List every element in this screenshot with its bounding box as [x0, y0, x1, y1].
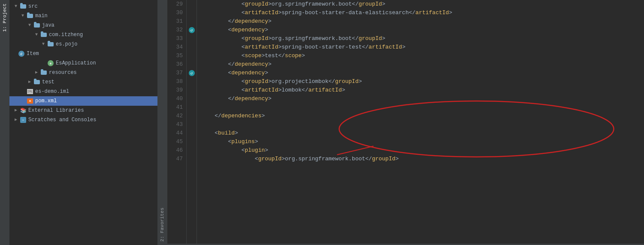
gutter-cell-29 — [187, 0, 197, 9]
tree-arrow-src: ▼ — [13, 3, 19, 9]
line-number-39: 39 — [167, 86, 183, 95]
folder-icon — [20, 3, 27, 10]
project-tab-label[interactable]: 1: Project — [0, 0, 9, 35]
line-number-40: 40 — [167, 95, 183, 103]
tree-item-test[interactable]: ▶test — [9, 77, 157, 87]
tree-label-test: test — [42, 79, 54, 85]
code-line-33: <groupId>org.springframework.boot</group… — [201, 34, 644, 43]
tree-arrow-Scratches: ▶ — [13, 117, 19, 123]
xml-file-icon: m — [27, 98, 33, 104]
tree-label-Item: Item — [27, 51, 39, 57]
tree-item-com.itzheng[interactable]: ▼com.itzheng — [9, 30, 157, 40]
tree-item-EsApplication[interactable]: ❀EsApplication — [9, 58, 157, 68]
gutter-cell-31 — [187, 17, 197, 26]
tree-arrow-Item — [11, 51, 17, 57]
gutter-cell-46 — [187, 146, 197, 155]
line-number-31: 31 — [167, 17, 183, 26]
spring-class-icon: ❀ — [47, 60, 54, 67]
line-number-36: 36 — [167, 60, 183, 69]
code-line-43 — [201, 120, 644, 129]
tree-item-es-demo.iml[interactable]: IMLes-demo.iml — [9, 87, 157, 96]
gutter-cell-30 — [187, 9, 197, 17]
iml-file-icon: IML — [27, 88, 33, 95]
run-gutter-icon[interactable]: ↺ — [189, 27, 195, 33]
line-number-46: 46 — [167, 146, 183, 155]
folder-icon — [47, 41, 54, 48]
tree-label-Scratches: Scratches and Consoles — [28, 117, 96, 123]
gutter-cell-47 — [187, 155, 197, 163]
gutter: ↺↺ — [187, 0, 197, 244]
line-number-33: 33 — [167, 34, 183, 43]
java-class-icon: C — [18, 50, 25, 57]
code-line-45: <plugins> — [201, 138, 644, 146]
tree-item-es.pojo[interactable]: ▼es.pojo — [9, 40, 157, 49]
favorites-tab-strip: 2: Favorites — [157, 0, 167, 245]
tree-arrow-main: ▼ — [20, 13, 26, 19]
code-line-39: <artifactId>lombok</artifactId> — [201, 86, 644, 95]
line-number-29: 29 — [167, 0, 183, 9]
code-line-34: <artifactId>spring-boot-starter-test</ar… — [201, 43, 644, 52]
gutter-cell-35 — [187, 52, 197, 60]
gutter-cell-32: ↺ — [187, 26, 197, 34]
tree-item-Scratches[interactable]: ▶✏Scratches and Consoles — [9, 115, 157, 125]
line-number-38: 38 — [167, 77, 183, 86]
code-line-35: <scope>test</scope> — [201, 52, 644, 60]
tree-item-java[interactable]: ▼java — [9, 21, 157, 30]
tree-item-resources[interactable]: ▶resources — [9, 68, 157, 77]
run-gutter-icon[interactable]: ↺ — [189, 70, 195, 76]
gutter-cell-43 — [187, 120, 197, 129]
code-line-36: </dependency> — [201, 60, 644, 69]
code-line-40: </dependency> — [201, 95, 644, 103]
tree-label-java: java — [42, 22, 54, 28]
libs-icon: 📚 — [20, 107, 27, 114]
gutter-cell-37: ↺ — [187, 69, 197, 77]
gutter-cell-44 — [187, 129, 197, 138]
scratch-icon: ✏ — [20, 116, 27, 123]
tree-arrow-test: ▶ — [27, 79, 33, 85]
tree-arrow-External Libraries: ▶ — [13, 107, 19, 113]
code-line-46: <plugin> — [201, 146, 644, 155]
line-number-37: 37 — [167, 69, 183, 77]
code-area: 29303132333435363738394041424344454647 ↺… — [167, 0, 644, 244]
code-content[interactable]: <groupId>org.springframework.boot</group… — [197, 0, 644, 244]
code-editor: 29303132333435363738394041424344454647 ↺… — [167, 0, 644, 245]
code-line-30: <artifactId>spring-boot-starter-data-ela… — [201, 9, 644, 17]
line-number-47: 47 — [167, 155, 183, 163]
line-number-35: 35 — [167, 52, 183, 60]
gutter-cell-45 — [187, 138, 197, 146]
line-number-30: 30 — [167, 9, 183, 17]
line-numbers: 29303132333435363738394041424344454647 — [167, 0, 187, 244]
tree-label-resources: resources — [49, 70, 77, 76]
tree-arrow-resources: ▶ — [33, 70, 39, 76]
tree-arrow-com.itzheng: ▼ — [33, 32, 39, 38]
tree-label-src: src — [28, 3, 38, 9]
tree-arrow-es-demo.iml — [20, 89, 26, 95]
code-line-31: </dependency> — [201, 17, 644, 26]
code-line-47: <groupId>org.springframework.boot</group… — [201, 155, 644, 163]
gutter-cell-40 — [187, 95, 197, 103]
tree-item-Item[interactable]: CItem — [9, 49, 157, 58]
code-line-38: <groupId>org.projectlombok</groupId> — [201, 77, 644, 86]
gutter-cell-39 — [187, 86, 197, 95]
line-number-42: 42 — [167, 112, 183, 120]
tree-label-main: main — [35, 13, 48, 19]
tree-label-EsApplication: EsApplication — [56, 60, 96, 66]
folder-icon — [27, 12, 33, 19]
gutter-cell-41 — [187, 103, 197, 112]
gutter-cell-36 — [187, 60, 197, 69]
tree-item-External Libraries[interactable]: ▶📚External Libraries — [9, 106, 157, 115]
folder-icon — [33, 79, 40, 86]
favorites-tab-label[interactable]: 2: Favorites — [158, 204, 166, 245]
code-line-37: <dependency> — [201, 69, 644, 77]
line-number-41: 41 — [167, 103, 183, 112]
tree-item-pom.xml[interactable]: mpom.xml — [9, 96, 157, 106]
code-line-32: <dependency> — [201, 26, 644, 34]
code-line-41 — [201, 103, 644, 112]
code-line-44: <build> — [201, 129, 644, 138]
tree-label-pom.xml: pom.xml — [35, 98, 57, 104]
sidebar: 1: Project ▼src▼main▼java▼com.itzheng▼es… — [0, 0, 167, 245]
tree-item-main[interactable]: ▼main — [9, 11, 157, 21]
tree-item-src[interactable]: ▼src — [9, 2, 157, 11]
folder-icon — [33, 22, 40, 29]
code-line-29: <groupId>org.springframework.boot</group… — [201, 0, 644, 9]
